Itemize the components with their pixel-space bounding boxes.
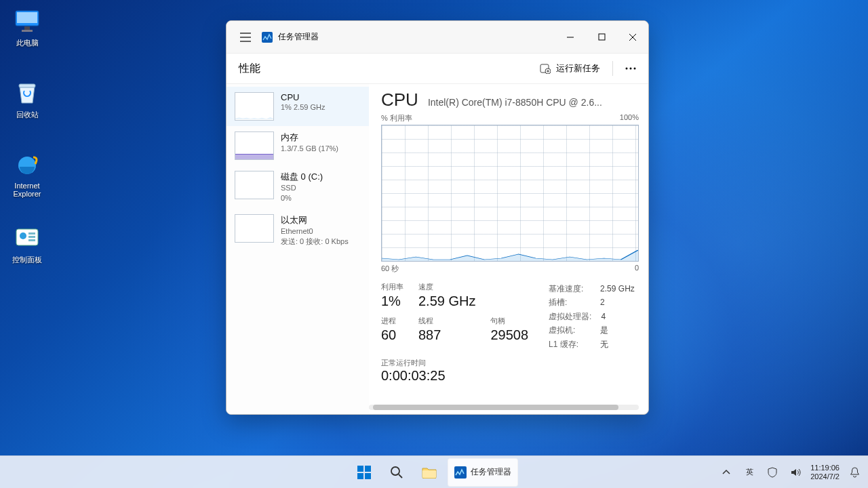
more-button[interactable] <box>618 58 643 79</box>
tray-notifications-button[interactable] <box>846 464 863 481</box>
sidebar-item-subtitle: 1.3/7.5 GB (17%) <box>281 144 338 154</box>
internet-explorer-icon <box>13 150 41 179</box>
vm-label: 虚拟机: <box>549 323 591 337</box>
horizontal-scrollbar[interactable] <box>369 405 639 410</box>
scrollbar-thumb[interactable] <box>373 405 618 410</box>
run-new-task-label: 运行新任务 <box>556 62 600 75</box>
svg-point-7 <box>20 232 26 239</box>
l1-label: L1 缓存: <box>549 338 591 351</box>
svg-rect-1 <box>17 12 37 23</box>
l1-value: 无 <box>600 338 608 351</box>
desktop-icon-label: Internet Explorer <box>7 182 47 198</box>
bell-icon <box>850 467 860 478</box>
svg-rect-12 <box>599 34 605 40</box>
ellipsis-icon <box>625 67 636 70</box>
maximize-button[interactable] <box>586 23 617 52</box>
desktop-icon-control-panel[interactable]: 控制面板 <box>7 224 47 265</box>
vproc-label: 虚拟处理器: <box>549 310 591 323</box>
desktop-icon-recycle-bin[interactable]: 回收站 <box>7 79 47 120</box>
svg-rect-2 <box>24 26 30 30</box>
svg-rect-4 <box>19 84 35 87</box>
sidebar-item-title: CPU <box>281 92 325 102</box>
y-axis-label: % 利用率 <box>381 113 412 123</box>
utilization-label: 利用率 <box>381 282 403 292</box>
tray-overflow-button[interactable] <box>718 464 734 481</box>
disk-thumbnail-icon <box>235 171 274 199</box>
tray-volume-button[interactable] <box>787 464 804 481</box>
threads-value: 887 <box>418 327 475 343</box>
x-axis-right: 0 <box>635 264 639 274</box>
performance-sidebar: CPU 1% 2.59 GHz 内存 1.3/7.5 GB (17%) 磁盘 0… <box>226 84 369 414</box>
run-new-task-button[interactable]: 运行新任务 <box>533 58 607 79</box>
clock-time: 11:19:06 <box>810 464 840 472</box>
svg-rect-23 <box>422 470 436 478</box>
taskbar: 任务管理器 英 11:19:06 2024/7/2 <box>0 455 868 488</box>
start-button[interactable] <box>350 458 378 487</box>
minimize-button[interactable] <box>555 23 586 52</box>
x-axis-left: 60 秒 <box>381 264 399 274</box>
tray-security-icon[interactable] <box>764 464 781 481</box>
sidebar-item-title: 内存 <box>281 131 338 144</box>
monitor-icon <box>13 7 41 35</box>
tray-clock[interactable]: 11:19:06 2024/7/2 <box>810 464 840 481</box>
handles-label: 句柄 <box>490 316 528 326</box>
vproc-value: 4 <box>601 310 606 323</box>
desktop-icon-label: 控制面板 <box>7 255 47 265</box>
run-new-task-icon <box>540 63 551 74</box>
speed-value: 2.59 GHz <box>418 293 475 309</box>
basespeed-label: 基准速度: <box>549 282 591 296</box>
svg-rect-21 <box>365 473 371 479</box>
processes-value: 60 <box>381 327 403 343</box>
svg-point-22 <box>391 467 399 475</box>
close-icon <box>629 33 637 41</box>
titlebar[interactable]: 任务管理器 <box>226 21 648 54</box>
recycle-bin-icon <box>13 79 41 107</box>
sidebar-item-subtitle: 1% 2.59 GHz <box>281 102 325 113</box>
toolbar-divider <box>612 61 613 76</box>
taskbar-item-label: 任务管理器 <box>471 466 511 478</box>
minimize-icon <box>566 33 574 41</box>
main-panel: CPU Intel(R) Core(TM) i7-8850H CPU @ 2.6… <box>369 84 648 414</box>
desktop-icon-label: 回收站 <box>7 110 47 120</box>
sidebar-item-ethernet[interactable]: 以太网 Ethernet0 发送: 0 接收: 0 Kbps <box>226 209 369 252</box>
desktop-icon-label: 此电脑 <box>7 38 47 48</box>
svg-rect-18 <box>357 466 363 472</box>
taskbar-item-task-manager[interactable]: 任务管理器 <box>448 458 518 487</box>
windows-start-icon <box>357 465 372 480</box>
sidebar-item-title: 磁盘 0 (C:) <box>281 171 323 183</box>
metric-title: CPU <box>381 89 418 110</box>
file-explorer-button[interactable] <box>415 458 443 487</box>
svg-rect-19 <box>365 466 371 472</box>
processes-label: 进程 <box>381 316 403 326</box>
sidebar-item-subtitle: 发送: 0 接收: 0 Kbps <box>281 237 349 247</box>
close-button[interactable] <box>617 23 648 52</box>
utilization-value: 1% <box>381 293 403 309</box>
window-title: 任务管理器 <box>278 31 319 43</box>
sidebar-item-disk[interactable]: 磁盘 0 (C:) SSD 0% <box>226 165 369 209</box>
sidebar-item-subtitle: 0% <box>281 193 323 203</box>
ime-indicator[interactable]: 英 <box>741 464 757 481</box>
ethernet-thumbnail-icon <box>235 214 274 243</box>
hamburger-button[interactable] <box>232 21 259 54</box>
cpu-usage-chart[interactable] <box>381 125 639 262</box>
y-axis-max: 100% <box>620 113 639 123</box>
desktop-icon-this-pc[interactable]: 此电脑 <box>7 7 47 48</box>
sockets-value: 2 <box>600 296 605 309</box>
threads-label: 线程 <box>418 316 475 326</box>
search-icon <box>390 466 403 479</box>
desktop-icon-internet-explorer[interactable]: Internet Explorer <box>7 150 47 198</box>
speed-label: 速度 <box>418 282 475 292</box>
section-title: 性能 <box>239 62 260 76</box>
svg-point-17 <box>634 68 636 70</box>
sidebar-item-cpu[interactable]: CPU 1% 2.59 GHz <box>226 87 369 126</box>
control-panel-icon <box>13 224 41 252</box>
search-button[interactable] <box>382 458 411 487</box>
maximize-icon <box>598 33 606 41</box>
cpu-thumbnail-icon <box>235 92 274 121</box>
chevron-up-icon <box>722 468 730 476</box>
sidebar-item-memory[interactable]: 内存 1.3/7.5 GB (17%) <box>226 126 369 165</box>
task-manager-window: 任务管理器 性能 运行新任务 <box>226 20 649 415</box>
folder-icon <box>422 466 437 479</box>
shield-icon <box>767 467 778 478</box>
handles-value: 29508 <box>490 327 528 343</box>
